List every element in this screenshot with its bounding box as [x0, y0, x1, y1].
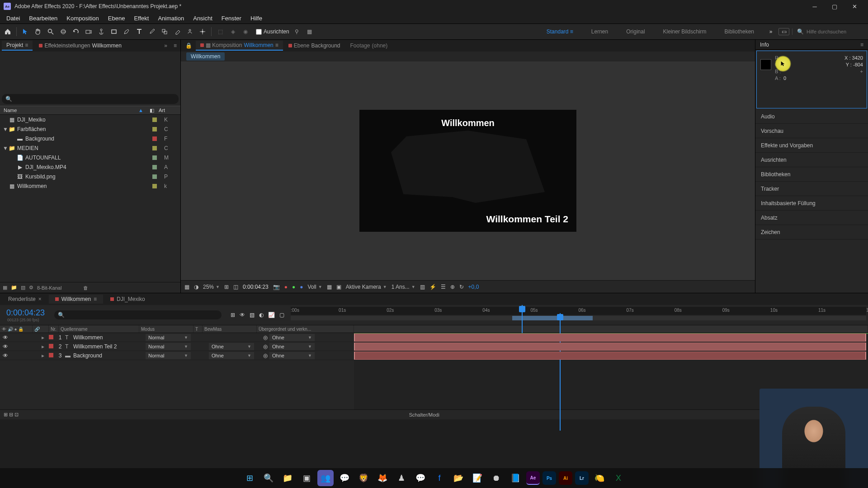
panel-overflow-icon[interactable]: » [161, 42, 170, 49]
notes-icon[interactable]: 📝 [469, 470, 486, 486]
camera-dropdown[interactable]: Aktive Kamera ▼ [346, 284, 387, 290]
layer-track-bar[interactable] [354, 333, 866, 342]
whatsapp-icon[interactable]: 💬 [336, 470, 353, 486]
ruler-tick[interactable]: 06s [579, 308, 586, 313]
project-item[interactable]: 🖼Kursbild.pngP [0, 172, 180, 181]
menu-ansicht[interactable]: Ansicht [189, 13, 217, 23]
resolution-icon[interactable]: ⊞ [224, 284, 229, 290]
rotate-tool-icon[interactable] [71, 27, 81, 37]
parent-dropdown[interactable]: Ohne▼ [269, 343, 315, 350]
unknown-tool2-icon[interactable]: ◈ [228, 27, 238, 37]
menu-bearbeiten[interactable]: Bearbeiten [24, 13, 62, 23]
project-tab[interactable]: Projekt ≡ [2, 41, 33, 51]
column-art[interactable]: Art [159, 108, 177, 113]
comp-flow-icon[interactable]: ⊕ [450, 284, 455, 290]
clone-tool-icon[interactable] [160, 27, 170, 37]
panel-absatz[interactable]: Absatz [755, 211, 868, 225]
project-item[interactable]: ▦Willkommenk [0, 181, 180, 191]
ruler-tick[interactable]: 05s [530, 308, 538, 313]
ruler-tick[interactable]: 09s [722, 308, 730, 313]
lock-icon[interactable]: 🔒 [183, 42, 195, 49]
messenger-icon[interactable]: 💬 [412, 470, 429, 486]
home-icon[interactable] [3, 27, 13, 37]
toggle-switches-icon[interactable]: ⊞ ⊟ ⊡ [4, 412, 19, 418]
workspace-lernen[interactable]: Lernen [588, 27, 612, 37]
parent-pickwhip-icon[interactable]: ◎ [263, 352, 268, 359]
panel-effekte-und-vorgaben[interactable]: Effekte und Vorgaben [755, 138, 868, 153]
info-panel-tab[interactable]: Info≡ [755, 40, 868, 50]
reset-exposure-icon[interactable]: ↻ [459, 284, 464, 290]
blend-mode-dropdown[interactable]: Normal▼ [146, 343, 191, 350]
ai-taskbar-icon[interactable]: Ai [559, 471, 572, 485]
breadcrumb-item[interactable]: Willkommen [186, 52, 225, 61]
obs-icon[interactable]: ⏺ [488, 470, 505, 486]
graph-editor-icon[interactable]: 📈 [268, 312, 275, 318]
teams-icon[interactable]: 👥 [317, 470, 334, 486]
motion-blur-icon[interactable]: ◐ [259, 312, 264, 318]
ruler-tick[interactable]: :00s [291, 308, 299, 313]
playhead-line[interactable] [560, 313, 561, 431]
trkmat-dropdown[interactable]: Ohne▼ [209, 352, 254, 359]
col-quellenname[interactable]: Quellenname [59, 325, 139, 333]
column-name[interactable]: Name [4, 108, 138, 113]
ruler-tick[interactable]: 08s [675, 308, 682, 313]
blend-mode-dropdown[interactable]: Normal▼ [146, 334, 191, 341]
col-bewmas[interactable]: BewMas [203, 325, 257, 333]
zoom-dropdown[interactable]: 25% ▼ [203, 284, 220, 290]
snap-options-icon[interactable]: ⚲ [292, 27, 302, 37]
timeline-icon[interactable]: ☰ [441, 284, 446, 290]
unknown-tool3-icon[interactable]: ◉ [241, 27, 250, 37]
project-search[interactable]: 🔍 [2, 94, 179, 104]
taskview-icon[interactable]: ▣ [298, 470, 315, 486]
new-folder-icon[interactable]: 📁 [11, 285, 17, 291]
menu-fenster[interactable]: Fenster [217, 13, 246, 23]
start-icon[interactable]: ⊞ [241, 470, 258, 486]
brush-tool-icon[interactable] [147, 27, 157, 37]
misc-icon[interactable]: 🍋 [591, 470, 608, 486]
layer-row[interactable]: 👁▸2TWillkommen Teil 2Normal▼Ohne▼◎Ohne▼ [0, 342, 354, 351]
roto-tool-icon[interactable] [185, 27, 195, 37]
orbit-tool-icon[interactable] [58, 27, 68, 37]
panel-inhaltsbasierte-füllung[interactable]: Inhaltsbasierte Füllung [755, 196, 868, 211]
workspace-overflow-icon[interactable]: » [766, 27, 776, 37]
taskbar-search-icon[interactable]: 🔍 [260, 470, 277, 486]
channel-icon[interactable]: ● [284, 284, 288, 290]
project-item[interactable]: 📄AUTOUNFALLM [0, 153, 180, 162]
ruler-tick[interactable]: 12s [866, 308, 868, 313]
panel-ausrichten[interactable]: Ausrichten [755, 153, 868, 167]
footage-tab[interactable]: Footage (ohne) [346, 41, 392, 50]
parent-pickwhip-icon[interactable]: ◎ [263, 334, 268, 341]
excel-icon[interactable]: X [610, 470, 627, 486]
unknown-tool-icon[interactable]: ⬚ [215, 27, 225, 37]
panel-tracker[interactable]: Tracker [755, 182, 868, 196]
minimize-button[interactable]: ─ [805, 0, 825, 13]
menu-effekt[interactable]: Effekt [129, 13, 153, 23]
camera-tool-icon[interactable] [84, 27, 94, 37]
column-label-icon[interactable]: ◧ [145, 108, 159, 113]
parent-dropdown[interactable]: Ohne▼ [269, 334, 315, 341]
ps-taskbar-icon[interactable]: Ps [542, 471, 556, 485]
composition-tab[interactable]: ▦ Komposition Willkommen ≡ [196, 41, 283, 51]
frame-blend-icon[interactable]: ▧ [250, 312, 255, 318]
eraser-tool-icon[interactable] [172, 27, 182, 37]
visibility-icon[interactable]: 👁 [3, 334, 8, 341]
ruler-tick[interactable]: 07s [627, 308, 634, 313]
timeline-tab-renderliste[interactable]: Renderliste × [2, 295, 48, 304]
shy-icon[interactable]: 👁 [240, 312, 245, 318]
grid-icon[interactable]: ▦ [327, 284, 332, 290]
panel-audio[interactable]: Audio [755, 109, 868, 124]
timeline-tab-dji_mexiko[interactable]: DJI_Mexiko [104, 295, 151, 304]
layer-track-bar[interactable] [354, 343, 866, 351]
menu-ebene[interactable]: Ebene [104, 13, 130, 23]
blend-mode-dropdown[interactable]: Normal▼ [146, 352, 191, 359]
pixel-aspect-icon[interactable]: ▥ [420, 284, 425, 290]
lr-taskbar-icon[interactable]: Lr [575, 471, 589, 485]
game-icon[interactable]: ♟ [393, 470, 410, 486]
project-item[interactable]: ▶DJI_Mexiko.MP4A [0, 162, 180, 172]
editor-icon[interactable]: 📘 [507, 470, 524, 486]
close-button[interactable]: ✕ [844, 0, 864, 13]
ae-taskbar-icon[interactable]: Ae [526, 471, 540, 485]
help-search-input[interactable] [807, 29, 865, 34]
menu-komposition[interactable]: Komposition [62, 13, 104, 23]
fast-preview-icon[interactable]: ⚡ [429, 284, 436, 290]
